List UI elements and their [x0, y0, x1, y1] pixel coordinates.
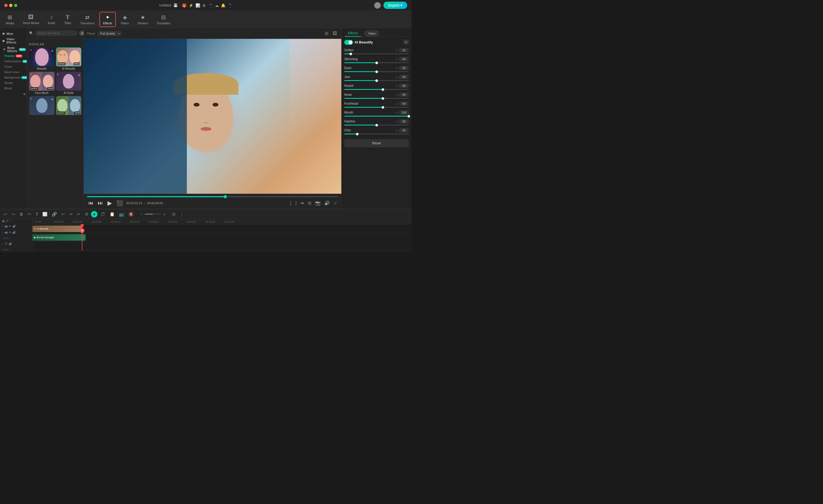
- effect-item-face-blush[interactable]: Before After ♥ ⬇ Face Blush: [29, 72, 54, 94]
- tab-video[interactable]: Video: [364, 30, 379, 37]
- export-button[interactable]: Export ▾: [383, 2, 407, 9]
- nose-track[interactable]: [344, 98, 409, 99]
- play-button[interactable]: ▶: [107, 200, 113, 207]
- soften-keyframe-icon[interactable]: ◇: [396, 49, 398, 52]
- settings-btn[interactable]: ⚙: [83, 211, 90, 218]
- reset-button[interactable]: Reset: [344, 139, 409, 147]
- sidebar-sub-item-neon-lines[interactable]: Neon Lines: [0, 69, 27, 75]
- delete-button[interactable]: 🗑: [18, 211, 25, 218]
- lock-btn[interactable]: ●: [91, 211, 98, 218]
- undo-button[interactable]: ↩: [2, 211, 9, 218]
- track-eye-icon-video[interactable]: 👁: [9, 231, 11, 234]
- rotate-right-btn[interactable]: ↪: [67, 211, 74, 218]
- sidebar-sub-item-hallucination[interactable]: Hallucination NEW: [0, 58, 27, 64]
- sidebar-item-video-effects[interactable]: ▶ Video Effects: [0, 36, 27, 44]
- toolbar-item-titles[interactable]: T Titles: [60, 12, 75, 27]
- tab-effects[interactable]: Effects: [345, 30, 361, 37]
- zoom-out-button[interactable]: −: [139, 211, 144, 218]
- jaw-track[interactable]: [344, 80, 409, 81]
- layout-button[interactable]: ⊟: [170, 211, 177, 218]
- copy-params-button[interactable]: ⊞: [403, 40, 409, 45]
- step-back-button[interactable]: ⏭: [97, 200, 104, 206]
- sidebar-sub-item-stroke[interactable]: Stroke: [0, 80, 27, 85]
- rotate-left-btn[interactable]: ↩: [60, 211, 66, 218]
- track-volume-icon-effect[interactable]: 🔊: [12, 225, 16, 228]
- eyes-track[interactable]: [344, 71, 409, 72]
- volume-button[interactable]: 🔊: [323, 199, 331, 207]
- split-button[interactable]: ✂: [26, 211, 33, 218]
- quality-select[interactable]: Full Quality 1/2 Quality 1/4 Quality: [98, 31, 122, 36]
- mouth-keyframe-icon[interactable]: ◇: [396, 111, 398, 114]
- hairline-track[interactable]: [344, 124, 409, 125]
- fullscreen-button[interactable]: ⤢: [332, 199, 338, 207]
- forehead-keyframe-icon[interactable]: ◇: [396, 102, 398, 105]
- slimming-keyframe-icon[interactable]: ◇: [396, 58, 398, 61]
- forehead-track[interactable]: [344, 107, 409, 108]
- maximize-button[interactable]: [14, 4, 17, 7]
- sidebar-item-mine[interactable]: ▶ Mine: [0, 30, 27, 36]
- snapshot-button[interactable]: 🖼: [332, 30, 338, 37]
- add-video-icon[interactable]: 📹: [2, 220, 5, 222]
- mute-btn[interactable]: 🔇: [127, 211, 135, 218]
- effect-item-ai-beautify[interactable]: Before After ♥ AI Beautify: [56, 47, 81, 70]
- toolbar-item-media[interactable]: ⊞ Media: [2, 12, 18, 27]
- zoom-slider[interactable]: [145, 214, 161, 215]
- stop-button[interactable]: ⬛: [115, 200, 124, 206]
- clip-insert-button[interactable]: ➡: [300, 199, 305, 207]
- toolbar-item-stock-media[interactable]: 🖼 Stock Media: [19, 12, 43, 27]
- chin-keyframe-icon[interactable]: ◇: [396, 129, 398, 132]
- ai-beautify-toggle[interactable]: [344, 40, 353, 45]
- split-view-button[interactable]: ⊞: [324, 30, 329, 37]
- toolbar-item-stickers[interactable]: ★ Stickers: [134, 12, 152, 27]
- video-clip[interactable]: ▶ Blonde teenager: [32, 234, 86, 241]
- link-button[interactable]: 🔗: [50, 211, 58, 218]
- sidebar-sub-item-mood[interactable]: Mood: [0, 85, 27, 91]
- audio-btn[interactable]: 🎵: [99, 211, 107, 218]
- eyes-keyframe-icon[interactable]: ◇: [396, 67, 398, 70]
- sidebar-item-body-effects[interactable]: ▼ Body Effects NEW: [0, 44, 27, 53]
- soften-track[interactable]: [344, 53, 409, 54]
- hairline-keyframe-icon[interactable]: ◇: [396, 120, 398, 123]
- crop-button[interactable]: ⬜: [41, 211, 49, 218]
- mark-out-button[interactable]: }: [294, 199, 298, 207]
- jaw-keyframe-icon[interactable]: ◇: [396, 75, 398, 78]
- add-audio-icon[interactable]: 🎵: [6, 220, 9, 222]
- progress-bar[interactable]: [87, 196, 338, 197]
- toolbar-item-audio[interactable]: ♪ Audio: [44, 12, 59, 27]
- chin-track[interactable]: [344, 134, 409, 135]
- add-text-icon[interactable]: T: [10, 220, 11, 222]
- search-input[interactable]: [35, 30, 77, 36]
- user-avatar[interactable]: [374, 2, 381, 9]
- effect-item-ai-smile[interactable]: ♥ + AI Smile: [56, 72, 81, 94]
- nostril-keyframe-icon[interactable]: ◇: [396, 84, 398, 87]
- rewind-button[interactable]: ⏮: [87, 200, 95, 206]
- snapshot-btn[interactable]: 📷: [314, 199, 322, 207]
- timeline-tracks[interactable]: 00:00 00:05:00 00:10:00 00:15:00 00:20:0…: [32, 219, 412, 252]
- mark-in-button[interactable]: {: [289, 199, 292, 207]
- toolbar-item-transitions[interactable]: ⇄ Transitions: [76, 12, 98, 27]
- track-volume-icon-audio[interactable]: 🔊: [9, 242, 12, 245]
- close-button[interactable]: [4, 4, 8, 7]
- trim-button[interactable]: ✂: [75, 211, 82, 218]
- effect-item-beautify[interactable]: ♥ + Beautify: [29, 47, 54, 70]
- sidebar-sub-item-clone[interactable]: Clone: [0, 64, 27, 69]
- effect-item-more1[interactable]: ♥ +: [29, 96, 54, 116]
- effect-item-more2[interactable]: Before After ⬇: [56, 96, 81, 116]
- video-player[interactable]: [84, 39, 341, 194]
- minimize-button[interactable]: [9, 4, 12, 7]
- zoom-in-button[interactable]: +: [161, 211, 167, 218]
- compare-button[interactable]: ⊞: [307, 199, 312, 207]
- redo-button[interactable]: ↪: [10, 211, 17, 218]
- ai-beautify-clip[interactable]: ✦ AI Beautify: [32, 226, 82, 232]
- toolbar-item-filters[interactable]: ◈ Filters: [117, 12, 133, 27]
- collapse-panel-btn[interactable]: ◀: [0, 91, 27, 97]
- track-volume-icon-video[interactable]: 🔊: [12, 231, 16, 234]
- sidebar-sub-item-popular[interactable]: Popular HOT: [0, 53, 27, 58]
- copy-btn[interactable]: 📋: [108, 211, 116, 218]
- slimming-track[interactable]: [344, 62, 409, 63]
- sidebar-sub-item-background[interactable]: Background NEW: [0, 75, 27, 80]
- toolbar-item-templates[interactable]: ⊟ Templates: [153, 12, 174, 27]
- toolbar-item-effects[interactable]: ✦ Effects: [99, 12, 116, 27]
- more-timeline-btn[interactable]: ⋮: [178, 211, 185, 218]
- mouth-track[interactable]: [344, 116, 409, 116]
